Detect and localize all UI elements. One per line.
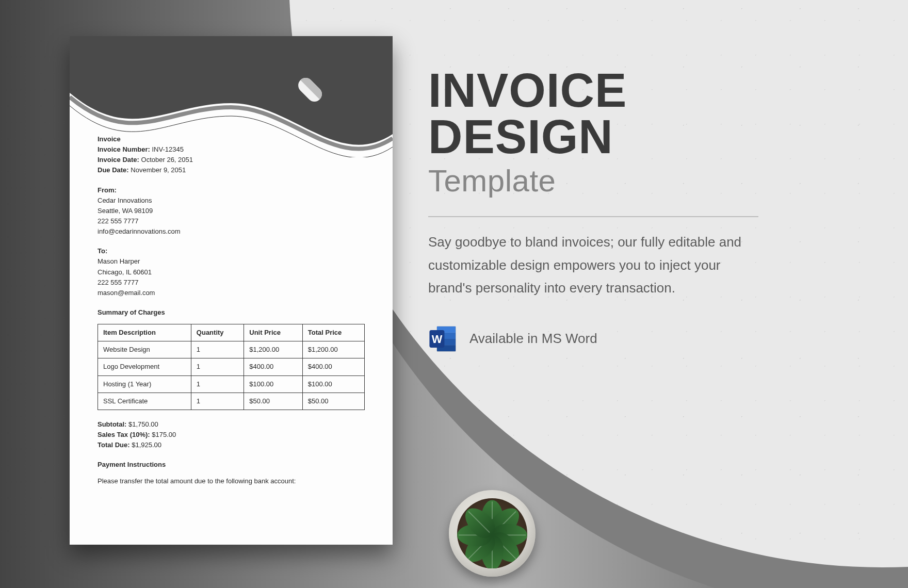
from-phone: 222 555 7777 xyxy=(98,216,365,226)
total-due-value: $1,925.00 xyxy=(132,441,161,449)
company-logo-icon xyxy=(291,71,329,108)
to-label: To: xyxy=(98,246,365,256)
from-address: Seattle, WA 98109 xyxy=(98,206,365,216)
item-total: $1,200.00 xyxy=(302,341,364,358)
table-row: Hosting (1 Year) 1 $100.00 $100.00 xyxy=(98,375,365,393)
table-row: Website Design 1 $1,200.00 $1,200.00 xyxy=(98,341,365,358)
item-qty: 1 xyxy=(191,358,244,375)
tax-label: Sales Tax (10%): xyxy=(98,431,150,438)
invoice-heading: Invoice xyxy=(98,134,365,144)
stage: INVOICE DESIGN Template Say goodbye to b… xyxy=(0,0,908,588)
item-total: $100.00 xyxy=(302,375,364,393)
promo-title-line2: DESIGN xyxy=(428,110,613,163)
total-due-label: Total Due: xyxy=(98,441,130,449)
promo-description: Say goodbye to bland invoices; our fully… xyxy=(428,231,758,299)
col-qty: Quantity xyxy=(191,324,244,341)
divider xyxy=(428,216,758,217)
due-date-label: Due Date: xyxy=(98,166,129,174)
col-desc: Item Description xyxy=(98,324,191,341)
to-email: mason@email.com xyxy=(98,288,365,298)
table-row: SSL Certificate 1 $50.00 $50.00 xyxy=(98,393,365,410)
table-header-row: Item Description Quantity Unit Price Tot… xyxy=(98,324,365,341)
decorative-plant xyxy=(449,490,536,577)
promo-subtitle: Template xyxy=(428,163,758,199)
svg-text:W: W xyxy=(432,333,443,346)
item-unit: $400.00 xyxy=(244,358,303,375)
payment-text: Please transfer the total amount due to … xyxy=(98,476,365,486)
item-unit: $100.00 xyxy=(244,375,303,393)
to-address: Chicago, IL 60601 xyxy=(98,267,365,277)
to-phone: 222 555 7777 xyxy=(98,277,365,288)
invoice-number-value: INV-12345 xyxy=(152,145,183,153)
invoice-date-label: Invoice Date: xyxy=(98,156,139,164)
invoice-page: Invoice Invoice Number: INV-12345 Invoic… xyxy=(70,36,393,545)
from-name: Cedar Innovations xyxy=(98,195,365,206)
item-desc: Hosting (1 Year) xyxy=(98,375,191,393)
item-desc: Logo Development xyxy=(98,358,191,375)
item-qty: 1 xyxy=(191,341,244,358)
item-total: $400.00 xyxy=(302,358,364,375)
invoice-date-value: October 26, 2051 xyxy=(141,156,193,164)
item-desc: SSL Certificate xyxy=(98,393,191,410)
payment-heading: Payment Instructions xyxy=(98,460,365,470)
subtotal-label: Subtotal: xyxy=(98,420,126,428)
from-label: From: xyxy=(98,185,365,195)
item-desc: Website Design xyxy=(98,341,191,358)
promo-title-line1: INVOICE xyxy=(428,64,627,117)
tax-value: $175.00 xyxy=(152,431,176,438)
available-label: Available in MS Word xyxy=(469,331,597,347)
table-row: Logo Development 1 $400.00 $400.00 xyxy=(98,358,365,375)
item-total: $50.00 xyxy=(302,393,364,410)
available-row: W Available in MS Word xyxy=(428,324,758,354)
ms-word-icon: W xyxy=(428,324,458,354)
promo-panel: INVOICE DESIGN Template Say goodbye to b… xyxy=(428,67,758,354)
plant-soil xyxy=(457,498,527,568)
promo-title: INVOICE DESIGN xyxy=(428,67,758,160)
summary-title: Summary of Charges xyxy=(98,307,365,318)
item-unit: $1,200.00 xyxy=(244,341,303,358)
col-total: Total Price xyxy=(302,324,364,341)
item-qty: 1 xyxy=(191,375,244,393)
subtotal-value: $1,750.00 xyxy=(128,420,158,428)
item-unit: $50.00 xyxy=(244,393,303,410)
item-qty: 1 xyxy=(191,393,244,410)
to-block: To: Mason Harper Chicago, IL 60601 222 5… xyxy=(98,246,365,298)
invoice-number-label: Invoice Number: xyxy=(98,145,150,153)
due-date-value: November 9, 2051 xyxy=(131,166,186,174)
items-table: Item Description Quantity Unit Price Tot… xyxy=(98,324,365,410)
col-unit: Unit Price xyxy=(244,324,303,341)
from-email: info@cedarinnovations.com xyxy=(98,226,365,237)
from-block: From: Cedar Innovations Seattle, WA 9810… xyxy=(98,185,365,237)
totals-block: Subtotal: $1,750.00 Sales Tax (10%): $17… xyxy=(98,419,365,450)
invoice-body: Invoice Invoice Number: INV-12345 Invoic… xyxy=(98,134,365,487)
invoice-meta: Invoice Invoice Number: INV-12345 Invoic… xyxy=(98,134,365,176)
to-name: Mason Harper xyxy=(98,256,365,267)
